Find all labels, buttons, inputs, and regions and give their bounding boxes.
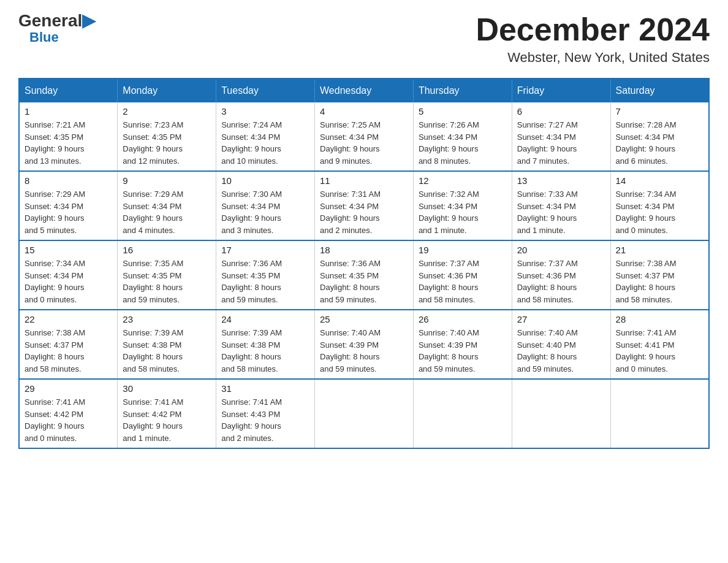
day-info: Sunrise: 7:41 AM Sunset: 4:41 PM Dayligh… [616, 327, 703, 375]
day-info: Sunrise: 7:38 AM Sunset: 4:37 PM Dayligh… [616, 258, 703, 305]
day-info: Sunrise: 7:27 AM Sunset: 4:34 PM Dayligh… [517, 119, 605, 167]
day-info: Sunrise: 7:41 AM Sunset: 4:43 PM Dayligh… [221, 396, 309, 444]
page-title: December 2024 [476, 12, 710, 47]
day-number: 2 [123, 106, 211, 117]
day-number: 19 [419, 245, 507, 255]
day-info: Sunrise: 7:34 AM Sunset: 4:34 PM Dayligh… [616, 188, 703, 236]
day-number: 11 [320, 175, 408, 186]
day-number: 9 [123, 175, 211, 186]
day-info: Sunrise: 7:39 AM Sunset: 4:38 PM Dayligh… [123, 327, 211, 375]
page-subtitle: Webster, New York, United States [476, 50, 710, 66]
day-number: 29 [25, 383, 112, 394]
col-tuesday: Tuesday [216, 79, 315, 102]
table-row: 11Sunrise: 7:31 AM Sunset: 4:34 PM Dayli… [315, 171, 414, 240]
calendar-week-row: 29Sunrise: 7:41 AM Sunset: 4:42 PM Dayli… [19, 379, 709, 448]
day-number: 22 [25, 314, 112, 324]
table-row: 14Sunrise: 7:34 AM Sunset: 4:34 PM Dayli… [610, 171, 709, 240]
col-thursday: Thursday [413, 79, 512, 102]
table-row: 16Sunrise: 7:35 AM Sunset: 4:35 PM Dayli… [118, 240, 216, 310]
table-row: 22Sunrise: 7:38 AM Sunset: 4:37 PM Dayli… [19, 310, 118, 379]
day-number: 23 [123, 314, 211, 324]
day-info: Sunrise: 7:30 AM Sunset: 4:34 PM Dayligh… [221, 188, 309, 236]
day-info: Sunrise: 7:38 AM Sunset: 4:37 PM Dayligh… [25, 327, 112, 375]
day-info: Sunrise: 7:39 AM Sunset: 4:38 PM Dayligh… [221, 327, 309, 375]
day-info: Sunrise: 7:29 AM Sunset: 4:34 PM Dayligh… [25, 188, 112, 236]
day-number: 28 [616, 314, 703, 324]
col-wednesday: Wednesday [315, 79, 414, 102]
table-row: 24Sunrise: 7:39 AM Sunset: 4:38 PM Dayli… [216, 310, 315, 379]
table-row [413, 379, 512, 448]
table-row: 23Sunrise: 7:39 AM Sunset: 4:38 PM Dayli… [118, 310, 216, 379]
day-info: Sunrise: 7:40 AM Sunset: 4:39 PM Dayligh… [419, 327, 507, 375]
day-info: Sunrise: 7:23 AM Sunset: 4:35 PM Dayligh… [123, 119, 211, 167]
day-number: 27 [517, 314, 605, 324]
day-number: 10 [221, 175, 309, 186]
calendar-table: Sunday Monday Tuesday Wednesday Thursday… [18, 78, 710, 449]
day-number: 16 [123, 245, 211, 255]
day-info: Sunrise: 7:25 AM Sunset: 4:34 PM Dayligh… [320, 119, 408, 167]
page-header: General▶ Blue December 2024 Webster, New… [18, 12, 710, 66]
calendar-week-row: 15Sunrise: 7:34 AM Sunset: 4:34 PM Dayli… [19, 240, 709, 310]
table-row [512, 379, 610, 448]
day-number: 24 [221, 314, 309, 324]
calendar-week-row: 8Sunrise: 7:29 AM Sunset: 4:34 PM Daylig… [19, 171, 709, 240]
table-row: 8Sunrise: 7:29 AM Sunset: 4:34 PM Daylig… [19, 171, 118, 240]
table-row: 7Sunrise: 7:28 AM Sunset: 4:34 PM Daylig… [610, 102, 709, 171]
title-block: December 2024 Webster, New York, United … [476, 12, 710, 66]
table-row: 17Sunrise: 7:36 AM Sunset: 4:35 PM Dayli… [216, 240, 315, 310]
table-row: 6Sunrise: 7:27 AM Sunset: 4:34 PM Daylig… [512, 102, 610, 171]
logo-blue-text: Blue [29, 29, 59, 45]
table-row: 9Sunrise: 7:29 AM Sunset: 4:34 PM Daylig… [118, 171, 216, 240]
day-number: 31 [221, 383, 309, 394]
day-info: Sunrise: 7:36 AM Sunset: 4:35 PM Dayligh… [221, 258, 309, 305]
table-row: 5Sunrise: 7:26 AM Sunset: 4:34 PM Daylig… [413, 102, 512, 171]
col-saturday: Saturday [610, 79, 709, 102]
day-number: 26 [419, 314, 507, 324]
table-row: 28Sunrise: 7:41 AM Sunset: 4:41 PM Dayli… [610, 310, 709, 379]
logo: General▶ Blue [18, 12, 96, 45]
day-number: 18 [320, 245, 408, 255]
day-info: Sunrise: 7:40 AM Sunset: 4:40 PM Dayligh… [517, 327, 605, 375]
logo-general-text: General▶ [18, 12, 96, 29]
day-info: Sunrise: 7:31 AM Sunset: 4:34 PM Dayligh… [320, 188, 408, 236]
day-info: Sunrise: 7:36 AM Sunset: 4:35 PM Dayligh… [320, 258, 408, 305]
day-number: 6 [517, 106, 605, 117]
day-info: Sunrise: 7:40 AM Sunset: 4:39 PM Dayligh… [320, 327, 408, 375]
table-row: 1Sunrise: 7:21 AM Sunset: 4:35 PM Daylig… [19, 102, 118, 171]
table-row: 3Sunrise: 7:24 AM Sunset: 4:34 PM Daylig… [216, 102, 315, 171]
table-row: 27Sunrise: 7:40 AM Sunset: 4:40 PM Dayli… [512, 310, 610, 379]
table-row: 12Sunrise: 7:32 AM Sunset: 4:34 PM Dayli… [413, 171, 512, 240]
day-info: Sunrise: 7:34 AM Sunset: 4:34 PM Dayligh… [25, 258, 112, 305]
day-number: 4 [320, 106, 408, 117]
day-number: 20 [517, 245, 605, 255]
day-info: Sunrise: 7:32 AM Sunset: 4:34 PM Dayligh… [419, 188, 507, 236]
day-info: Sunrise: 7:41 AM Sunset: 4:42 PM Dayligh… [123, 396, 211, 444]
table-row: 13Sunrise: 7:33 AM Sunset: 4:34 PM Dayli… [512, 171, 610, 240]
table-row: 18Sunrise: 7:36 AM Sunset: 4:35 PM Dayli… [315, 240, 414, 310]
day-info: Sunrise: 7:37 AM Sunset: 4:36 PM Dayligh… [419, 258, 507, 305]
day-info: Sunrise: 7:26 AM Sunset: 4:34 PM Dayligh… [419, 119, 507, 167]
table-row [610, 379, 709, 448]
day-number: 5 [419, 106, 507, 117]
col-friday: Friday [512, 79, 610, 102]
day-number: 17 [221, 245, 309, 255]
day-info: Sunrise: 7:28 AM Sunset: 4:34 PM Dayligh… [616, 119, 703, 167]
table-row [315, 379, 414, 448]
table-row: 31Sunrise: 7:41 AM Sunset: 4:43 PM Dayli… [216, 379, 315, 448]
table-row: 26Sunrise: 7:40 AM Sunset: 4:39 PM Dayli… [413, 310, 512, 379]
day-number: 15 [25, 245, 112, 255]
calendar-week-row: 22Sunrise: 7:38 AM Sunset: 4:37 PM Dayli… [19, 310, 709, 379]
table-row: 20Sunrise: 7:37 AM Sunset: 4:36 PM Dayli… [512, 240, 610, 310]
day-info: Sunrise: 7:21 AM Sunset: 4:35 PM Dayligh… [25, 119, 112, 167]
table-row: 10Sunrise: 7:30 AM Sunset: 4:34 PM Dayli… [216, 171, 315, 240]
day-info: Sunrise: 7:41 AM Sunset: 4:42 PM Dayligh… [25, 396, 112, 444]
day-number: 13 [517, 175, 605, 186]
day-number: 25 [320, 314, 408, 324]
day-info: Sunrise: 7:24 AM Sunset: 4:34 PM Dayligh… [221, 119, 309, 167]
col-monday: Monday [118, 79, 216, 102]
table-row: 4Sunrise: 7:25 AM Sunset: 4:34 PM Daylig… [315, 102, 414, 171]
table-row: 25Sunrise: 7:40 AM Sunset: 4:39 PM Dayli… [315, 310, 414, 379]
day-info: Sunrise: 7:29 AM Sunset: 4:34 PM Dayligh… [123, 188, 211, 236]
table-row: 19Sunrise: 7:37 AM Sunset: 4:36 PM Dayli… [413, 240, 512, 310]
calendar-header-row: Sunday Monday Tuesday Wednesday Thursday… [19, 79, 709, 102]
